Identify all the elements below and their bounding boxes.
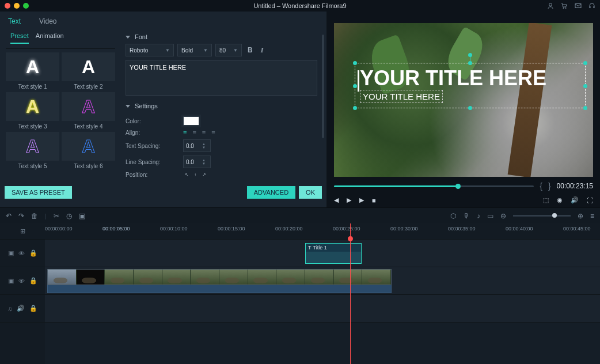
ruler-tick: 00:00:25:00 [333,226,360,232]
seek-bar[interactable] [334,185,534,187]
playhead[interactable] [350,223,351,364]
text-style-2[interactable]: A [62,52,115,81]
mark-in-icon[interactable]: { [540,181,542,191]
playback-quality-icon[interactable]: ⬚ [543,196,549,204]
ruler-tick: 00:00:40:00 [506,226,533,232]
prev-frame-icon[interactable]: ◀ [334,196,339,204]
track-lock-icon[interactable]: 🔒 [29,305,37,312]
play-pause-icon[interactable]: ▶ [347,196,351,204]
text-spacing-input[interactable]: ▲▼ [183,139,211,152]
timeline-settings-icon[interactable]: ≡ [590,212,594,220]
render-icon[interactable]: ▭ [487,212,493,220]
resize-handle-tl[interactable] [353,61,357,65]
main-tabs: Text Video [0,12,326,28]
text-style-6-label: Text style 6 [62,163,115,169]
text-style-1[interactable]: A [6,52,59,81]
track-settings-icon[interactable]: ▣ [8,277,14,285]
title-text-input[interactable] [126,60,317,96]
text-style-3-label: Text style 3 [6,123,59,130]
settings-scrollbar[interactable] [322,35,324,138]
volume-icon[interactable]: 🔊 [571,196,579,204]
zoom-slider[interactable] [513,215,571,217]
preview-title-main[interactable]: YOUR TITLE HERE [360,68,580,89]
marker-icon[interactable]: ⬡ [450,212,456,220]
subtab-animation[interactable]: Animation [36,32,64,44]
play-icon[interactable]: ▶ [359,196,364,204]
split-icon[interactable]: ✂ [54,212,59,220]
color-swatch[interactable] [183,116,199,126]
italic-button[interactable]: I [259,46,266,55]
window-title: Untitled – Wondershare Filmora9 [0,2,600,9]
crop-icon[interactable]: ▣ [79,212,85,220]
video-clip-audio[interactable] [47,285,392,293]
video-track[interactable] [45,267,600,295]
resize-handle-tm[interactable] [468,61,472,65]
track-mute-icon[interactable]: 🔊 [17,305,25,312]
text-style-5-label: Text style 5 [6,163,59,169]
speed-icon[interactable]: ◷ [66,212,72,220]
subtab-preset[interactable]: Preset [10,32,29,44]
position-grid[interactable]: ↖↑↗ [183,172,208,178]
line-spacing-label: Line Spacing: [126,159,183,165]
section-font[interactable]: Font [126,28,317,44]
ruler-tick: 00:00:20:00 [275,226,303,232]
save-preset-button[interactable]: SAVE AS PRESET [5,186,72,199]
font-weight-select[interactable]: Bold▼ [177,44,212,56]
font-size-select[interactable]: 80▼ [215,44,242,56]
align-center-icon[interactable]: ≡ [192,129,196,136]
text-style-4[interactable]: A [62,92,115,121]
fullscreen-icon[interactable]: ⛶ [587,197,593,204]
line-spacing-input[interactable]: ▲▼ [183,156,211,168]
stop-icon[interactable]: ■ [372,197,376,204]
ok-button[interactable]: OK [299,186,322,199]
manage-tracks[interactable]: ⊞ [0,223,45,240]
align-left-icon[interactable]: ≡ [183,129,187,136]
text-style-2-label: Text style 2 [62,84,115,90]
time-ruler[interactable]: 00:00:00:00 00:00:05:00 00:00:05:00 00:0… [45,223,600,240]
text-style-6[interactable]: A [62,132,115,161]
preview-viewport[interactable]: YOUR TITLE HERE YOUR TITLE HERE [334,23,593,177]
preview-title-sub[interactable]: YOUR TITLE HERE [360,90,443,103]
text-style-grid: AText style 1 AText style 2 AText style … [0,49,121,169]
text-style-1-label: Text style 1 [6,84,59,90]
zoom-in-icon[interactable]: ⊕ [578,212,583,220]
track-head-audio: ♫ 🔊 🔒 [0,295,45,323]
timecode: 00:00:23:15 [557,182,593,190]
resize-handle-tr[interactable] [583,61,587,65]
track-settings-icon[interactable]: ▣ [8,249,14,257]
title-track[interactable]: TTitle 1 [45,240,600,267]
resize-handle-mr[interactable] [583,84,587,88]
text-style-3[interactable]: A [6,92,59,121]
tab-text[interactable]: Text [7,15,22,28]
track-lock-icon[interactable]: 🔒 [29,249,37,257]
video-clip[interactable] [47,269,392,293]
advanced-button[interactable]: ADVANCED [247,186,295,199]
redo-icon[interactable]: ↷ [18,212,24,220]
snapshot-icon[interactable]: ◉ [557,196,563,204]
title-clip[interactable]: TTitle 1 [305,243,362,264]
ruler-tick: 00:00:35:00 [448,226,476,232]
mark-out-icon[interactable]: } [548,181,551,191]
ruler-tick: 00:00:10:00 [160,226,188,232]
undo-icon[interactable]: ↶ [6,212,12,220]
align-right-icon[interactable]: ≡ [202,129,206,136]
zoom-out-icon[interactable]: ⊖ [500,212,506,220]
resize-handle-ml[interactable] [353,84,357,88]
bold-button[interactable]: B [245,46,255,54]
track-lock-icon[interactable]: 🔒 [29,277,37,285]
align-justify-icon[interactable]: ≡ [211,129,215,136]
resize-handle-br[interactable] [583,106,587,110]
text-style-5[interactable]: A [6,132,59,161]
audio-track[interactable] [45,295,600,323]
tab-video[interactable]: Video [38,15,58,28]
track-visibility-icon[interactable]: 👁 [18,250,25,257]
audio-mixer-icon[interactable]: ♪ [477,212,480,220]
font-family-select[interactable]: Roboto▼ [126,44,174,56]
delete-icon[interactable]: 🗑 [31,212,38,220]
track-music-icon[interactable]: ♫ [7,305,12,312]
track-visibility-icon[interactable]: 👁 [18,278,25,285]
title-bounding-box[interactable]: YOUR TITLE HERE YOUR TITLE HERE [355,63,586,108]
section-settings[interactable]: Settings [126,97,317,113]
seek-thumb[interactable] [455,184,461,189]
record-vo-icon[interactable]: 🎙 [463,212,470,220]
